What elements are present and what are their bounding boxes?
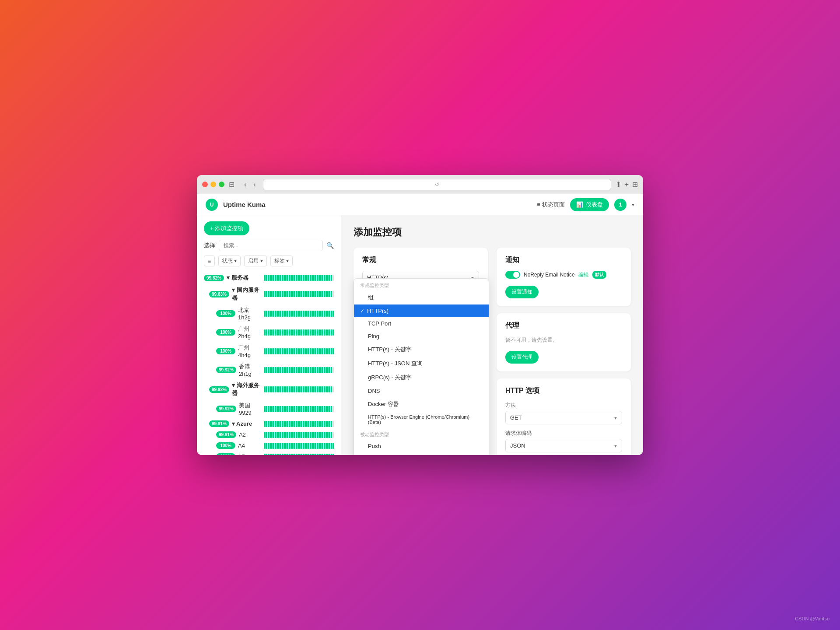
uptime-bars (264, 432, 334, 438)
body-encoding-row: 请求体编码 JSON XML (505, 430, 622, 452)
proxy-section: 代理 暂不可用，请先设置。 设置代理 (497, 313, 631, 371)
monitor-name: ▾ 国内服务器 (232, 286, 262, 302)
browser-actions: ⬆ + ⊞ (616, 180, 638, 189)
app-header: U Uptime Kuma ≡ 状态页面 📊 仪表盘 1 ▾ (197, 194, 643, 215)
uptime-bars (264, 329, 334, 336)
body-encoding-select-wrapper: JSON XML (505, 439, 622, 452)
status-badge: 99.92% (216, 406, 236, 412)
proxy-note: 暂不可用，请先设置。 (505, 336, 622, 344)
list-item[interactable]: 100% A5 (197, 451, 341, 455)
monitor-name: ▾ Azure (232, 420, 262, 427)
dropdown-item-http-browser[interactable]: HTTP(s) - Browser Engine (Chrome/Chromiu… (354, 411, 489, 428)
status-badge: 100% (216, 329, 235, 336)
filter-enabled-button[interactable]: 启用 ▾ (244, 256, 266, 266)
list-item[interactable]: 100% 广州4h4g (197, 342, 341, 360)
monitor-name: 广州4h4g (238, 344, 262, 358)
dropdown-item-docker[interactable]: Docker 容器 (354, 397, 489, 411)
filter-all-button[interactable]: ≡ (204, 256, 215, 266)
status-page-button[interactable]: ≡ 状态页面 (537, 201, 565, 209)
monitor-name: A4 (238, 442, 262, 449)
monitor-type-dropdown[interactable]: 常规监控类型 组 ✓ HTTP(s) TCP Port (354, 278, 489, 455)
dropdown-section-label-passive: 被动监控类型 (354, 428, 489, 440)
method-select-wrapper: GET POST PUT DELETE (505, 411, 622, 424)
form-grid: 常规 HTTP(s) 常规监控类型 (354, 248, 631, 455)
back-button[interactable]: ‹ (242, 180, 249, 189)
dropdown-item-ping[interactable]: Ping (354, 330, 489, 343)
proxy-title: 代理 (505, 321, 622, 330)
dashboard-button[interactable]: 📊 仪表盘 (570, 198, 609, 211)
uptime-bars (264, 291, 334, 297)
list-item[interactable]: 99.91% A2 (197, 429, 341, 440)
browser-toolbar: ⊟ ‹ › ↺ ⬆ + ⊞ (197, 175, 643, 194)
dropdown-item-http-json[interactable]: HTTP(s) - JSON 查询 (354, 357, 489, 371)
toggle-row: NoReply Email Notice 编辑 默认 (505, 271, 622, 279)
dropdown-item-http-keyword[interactable]: HTTP(s) - 关键字 (354, 343, 489, 357)
maximize-button[interactable] (219, 182, 224, 187)
minimize-button[interactable] (210, 182, 216, 187)
share-icon[interactable]: ⬆ (616, 180, 621, 189)
http-options-section: HTTP 选项 方法 GET POST PUT DELETE (497, 378, 631, 455)
edit-link[interactable]: 编辑 (578, 271, 589, 279)
http-options-title: HTTP 选项 (505, 386, 622, 396)
list-item[interactable]: 99.92% ▾ 海外服务器 (197, 379, 341, 399)
check-icon: ✓ (360, 308, 364, 314)
main-content: 添加监控项 常规 HTTP(s) (341, 215, 643, 455)
notification-toggle[interactable] (505, 271, 520, 279)
url-bar[interactable]: ↺ (263, 179, 611, 190)
watermark: CSDN @Vantso (795, 616, 830, 621)
list-item[interactable]: 100% 北京1h2g (197, 304, 341, 323)
nav-buttons: ‹ › (242, 180, 259, 189)
set-proxy-button[interactable]: 设置代理 (505, 351, 539, 364)
monitor-name: 广州2h4g (238, 325, 262, 340)
status-badge: 100% (216, 310, 235, 317)
uptime-bars (264, 311, 334, 317)
dropdown-item-group[interactable]: 组 (354, 290, 489, 304)
extensions-icon[interactable]: ⊞ (632, 180, 638, 189)
filter-status-button[interactable]: 状态 ▾ (218, 256, 241, 266)
body-encoding-label: 请求体编码 (505, 430, 622, 437)
monitor-list: 99.82% ▾ 服务器 99.83% ▾ 国内服务器 100% 北京1h2g (197, 270, 341, 455)
notification-title: 通知 (505, 256, 622, 265)
sidebar-toggle-icon[interactable]: ⊟ (229, 180, 234, 189)
method-select[interactable]: GET POST PUT DELETE (505, 411, 622, 424)
close-button[interactable] (202, 182, 208, 187)
sidebar: + 添加监控项 选择 🔍 ≡ 状态 ▾ 启用 ▾ 标签 ▾ (197, 215, 341, 455)
forward-button[interactable]: › (251, 180, 258, 189)
list-item[interactable]: 99.82% ▾ 服务器 (197, 272, 341, 284)
uptime-bars (264, 386, 334, 392)
list-item[interactable]: 100% 广州2h4g (197, 323, 341, 342)
dropdown-item-grpc[interactable]: gRPC(s) - 关键字 (354, 371, 489, 385)
dropdown-item-https[interactable]: ✓ HTTP(s) (354, 304, 489, 317)
list-item[interactable]: 99.83% ▾ 国内服务器 (197, 284, 341, 304)
search-input[interactable] (219, 240, 323, 251)
search-icon: 🔍 (326, 242, 334, 249)
list-item[interactable]: 99.92% 美国9929 (197, 399, 341, 418)
list-item[interactable]: 100% A4 (197, 440, 341, 451)
dropdown-item-tcp[interactable]: TCP Port (354, 317, 489, 330)
status-page-icon: ≡ (537, 201, 540, 208)
dropdown-section-label-general: 常规监控类型 (354, 279, 489, 290)
user-avatar: 1 (614, 199, 626, 211)
status-badge: 99.92% (216, 367, 236, 373)
method-label: 方法 (505, 402, 622, 409)
general-section-title: 常规 (362, 256, 479, 265)
user-menu-chevron-icon[interactable]: ▾ (632, 202, 634, 208)
monitor-name: ▾ 服务器 (227, 274, 262, 282)
monitor-name: ▾ 海外服务器 (232, 382, 262, 397)
dropdown-item-push[interactable]: Push (354, 440, 489, 452)
monitor-name: A2 (239, 431, 262, 438)
uptime-bars (264, 443, 334, 449)
add-monitor-button[interactable]: + 添加监控项 (204, 221, 249, 235)
set-notify-button[interactable]: 设置通知 (505, 286, 539, 298)
filter-tags-button[interactable]: 标签 ▾ (270, 256, 293, 266)
new-tab-icon[interactable]: + (625, 180, 629, 189)
monitor-name: 北京1h2g (238, 306, 262, 321)
list-item[interactable]: 99.92% 香港2h1g (197, 360, 341, 379)
status-badge: 99.91% (216, 431, 236, 438)
dropdown-item-dns[interactable]: DNS (354, 385, 489, 397)
body-encoding-select[interactable]: JSON XML (505, 439, 622, 452)
right-column: 通知 NoReply Email Notice 编辑 默认 设置通知 (497, 248, 631, 455)
dashboard-icon: 📊 (576, 201, 583, 208)
list-item[interactable]: 99.91% ▾ Azure (197, 418, 341, 429)
status-badge: 99.82% (204, 275, 224, 281)
